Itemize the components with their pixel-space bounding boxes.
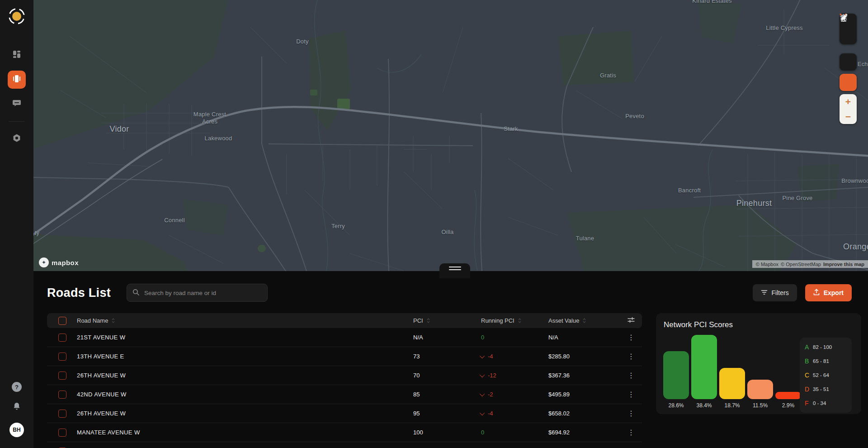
row-checkbox[interactable] <box>58 410 66 418</box>
map-place-label: Pine Grove <box>782 195 812 202</box>
mapbox-logo[interactable]: ✦ mapbox <box>39 257 79 267</box>
sidebar-divider <box>9 121 25 122</box>
legend-range: 35 - 51 <box>813 386 829 392</box>
asset-value-cell: $367.36 <box>548 372 622 379</box>
column-header-running-pci[interactable]: Running PCI <box>481 317 548 324</box>
zoom-in-button[interactable]: + <box>840 94 857 109</box>
row-actions-kebab-icon[interactable]: ⋮ <box>622 372 640 379</box>
table-row[interactable]: 26TH AVENUE W70-12$367.36⋮ <box>47 366 642 385</box>
row-actions-kebab-icon[interactable]: ⋮ <box>622 410 640 417</box>
attribution-improve-link[interactable]: Improve this map <box>823 262 864 267</box>
attribution-mapbox-link[interactable]: © Mapbox <box>756 262 778 267</box>
map-place-label: ty <box>35 229 40 237</box>
navigate-button[interactable] <box>840 74 857 91</box>
map-place-label: Echo <box>858 61 868 68</box>
row-checkbox[interactable] <box>58 391 66 399</box>
row-checkbox[interactable] <box>58 429 66 437</box>
map-place-label: Tulane <box>576 235 594 242</box>
draw-button[interactable] <box>840 53 857 71</box>
pci-bar-group: 18.7% <box>719 368 745 409</box>
road-name-cell: 13TH AVENUE E <box>77 353 413 360</box>
table-row[interactable]: 13TH AVENUE E73-4$285.80⋮ <box>47 347 642 366</box>
app-logo-icon[interactable] <box>8 7 26 25</box>
pci-cell: 100 <box>413 429 481 436</box>
running-pci-cell: 0 <box>481 429 548 436</box>
running-pci-cell: -2 <box>481 391 548 398</box>
map-place-label: Bancroft <box>678 187 701 194</box>
table-row[interactable]: 38TH AVENUE W60-6$463.20⋮ <box>47 442 642 448</box>
map-canvas[interactable]: Kinard EstatesLittle CypressEchoDotyGrat… <box>33 0 868 271</box>
road-name-cell: 26TH AVENUE W <box>77 410 413 417</box>
road-name-cell: MANATEE AVENUE W <box>77 429 413 436</box>
select-all-checkbox[interactable] <box>58 317 66 325</box>
panel-drag-handle[interactable] <box>439 263 470 278</box>
zoom-out-button[interactable]: − <box>840 109 857 124</box>
map-place-label: Pinehurst <box>736 198 772 209</box>
comment-icon <box>12 99 21 110</box>
asset-value-cell: $694.92 <box>548 429 622 436</box>
asset-value-cell: $285.80 <box>548 353 622 360</box>
row-actions-kebab-icon[interactable]: ⋮ <box>622 353 640 360</box>
map-place-label: Terry <box>331 223 345 230</box>
help-icon[interactable]: ? <box>12 382 22 392</box>
column-header-pci[interactable]: PCI <box>413 317 481 324</box>
map-place-label: Orange <box>843 242 868 252</box>
legend-range: 65 - 81 <box>813 358 829 364</box>
column-settings-icon[interactable] <box>622 317 640 324</box>
layers-button[interactable] <box>840 29 857 44</box>
sidebar: ? BH <box>0 0 33 448</box>
table-row[interactable]: MANATEE AVENUE W1000$694.92⋮ <box>47 423 642 442</box>
table-row[interactable]: 26TH AVENUE W95-4$658.02⋮ <box>47 404 642 423</box>
row-checkbox[interactable] <box>58 353 66 361</box>
table-body: 21ST AVENUE WN/A0N/A⋮13TH AVENUE E73-4$2… <box>47 328 642 448</box>
legend-range: 0 - 34 <box>813 400 826 406</box>
legend-item: F0 - 34 <box>805 400 847 407</box>
search-icon <box>132 289 139 297</box>
map-place-label: Vidor <box>109 124 129 134</box>
table-row[interactable]: 42ND AVENUE W85-2$495.89⋮ <box>47 385 642 404</box>
row-actions-kebab-icon[interactable]: ⋮ <box>622 429 640 436</box>
map-place-label: Lakewood <box>205 135 232 142</box>
sort-icon <box>583 318 586 323</box>
pci-cell: 73 <box>413 353 481 360</box>
running-pci-cell: 0 <box>481 334 548 341</box>
pci-cell: 95 <box>413 410 481 417</box>
network-pci-scores-card: Network PCI Scores 28.6%38.4%18.7%11.5%2… <box>656 313 861 414</box>
attribution-osm-link[interactable]: © OpenStreetMap <box>781 262 821 267</box>
row-actions-kebab-icon[interactable]: ⋮ <box>622 334 640 341</box>
row-checkbox[interactable] <box>58 372 66 380</box>
user-avatar[interactable]: BH <box>9 423 24 437</box>
column-header-road-name[interactable]: Road Name <box>77 317 413 324</box>
search-input[interactable] <box>143 289 262 297</box>
sidebar-item-dashboard[interactable] <box>8 46 26 64</box>
table-row[interactable]: 21ST AVENUE WN/A0N/A⋮ <box>47 328 642 347</box>
pci-bar-group: 38.4% <box>691 335 717 409</box>
column-header-label: Asset Value <box>548 317 579 324</box>
map-place-label: Kinard Estates <box>692 0 731 5</box>
map-place-label: Oilla <box>441 229 453 236</box>
roads-panel: Roads List Filters <box>33 271 868 448</box>
pci-bar-value-label: 18.7% <box>724 402 740 409</box>
bell-icon[interactable] <box>12 402 21 413</box>
export-button[interactable]: Export <box>805 284 852 301</box>
asset-value-cell: $495.89 <box>548 391 622 398</box>
sidebar-item-comments[interactable] <box>8 95 26 113</box>
mapbox-logo-text: mapbox <box>52 259 79 267</box>
pci-bar <box>691 335 717 399</box>
sidebar-item-settings[interactable] <box>8 130 26 148</box>
filters-button[interactable]: Filters <box>753 284 797 301</box>
column-header-label: Running PCI <box>481 317 514 324</box>
sort-icon <box>427 318 430 323</box>
sidebar-item-roads[interactable] <box>8 71 26 89</box>
pci-bar-value-label: 11.5% <box>753 402 768 409</box>
column-header-asset-value[interactable]: Asset Value <box>548 317 622 324</box>
row-actions-kebab-icon[interactable]: ⋮ <box>622 391 640 398</box>
mapbox-logo-icon: ✦ <box>39 257 49 267</box>
pci-bar-group: 11.5% <box>747 380 773 409</box>
row-checkbox[interactable] <box>58 334 66 342</box>
legend-item: D35 - 51 <box>805 386 847 393</box>
pci-bar-value-label: 28.6% <box>668 402 684 409</box>
dashboard-icon <box>12 50 21 61</box>
pci-cell: 70 <box>413 372 481 379</box>
legend-range: 82 - 100 <box>813 344 832 350</box>
